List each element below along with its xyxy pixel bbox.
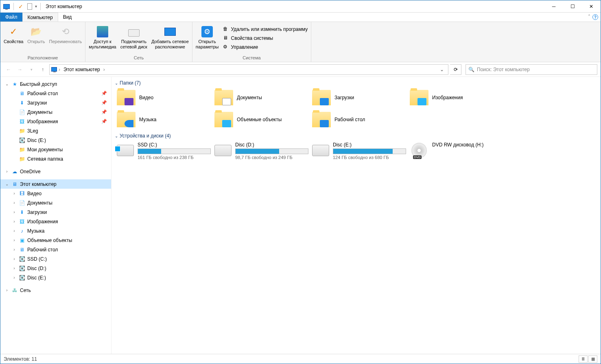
search-input[interactable]: 🔍 Поиск: Этот компьютер [466, 64, 597, 75]
drive-item-2[interactable]: Disc (E:)124 ГБ свободно из 680 ГБ [310, 140, 408, 161]
sidebar-pc-item-8[interactable]: ›💽Disc (D:) [0, 264, 111, 273]
sidebar-quick-item-5[interactable]: ›💽Disc (E:) [0, 135, 111, 145]
tab-file[interactable]: Файл [0, 13, 22, 22]
folder-item-4[interactable]: Музыка [115, 109, 212, 130]
drive-item-0[interactable]: SSD (C:)161 ГБ свободно из 238 ГБ [115, 140, 212, 161]
folder-item-2[interactable]: Загрузки [310, 87, 408, 108]
sidebar-pc-item-6[interactable]: ›🖥Рабочий стол [0, 245, 111, 254]
folder-icon [312, 111, 331, 128]
group-folders[interactable]: ⌄Папки (7) [115, 78, 597, 87]
sidebar-pc-item-5[interactable]: ›▣Объемные объекты [0, 235, 111, 245]
image-icon: 🖼 [18, 118, 26, 125]
sidebar-pc-item-3[interactable]: ›🖼Изображения [0, 217, 111, 226]
chevron-right-icon[interactable]: › [59, 67, 60, 72]
sidebar-item-label: Загрузки [27, 100, 47, 106]
breadcrumb[interactable]: › Этот компьютер › ⌄ [49, 64, 448, 75]
sidebar-quick-item-3[interactable]: ›🖼Изображения📌 [0, 117, 111, 126]
folder-item-0[interactable]: Видео [115, 87, 212, 108]
sidebar-item-label: SSD (C:) [27, 256, 47, 262]
group-drives[interactable]: ⌄Устройства и диски (4) [115, 131, 597, 140]
app-icon[interactable] [3, 3, 10, 10]
view-tiles-button[interactable]: ▦ [588, 355, 597, 363]
sidebar-pc-item-7[interactable]: ›💽SSD (C:) [0, 254, 111, 264]
sidebar-item-label: Документы [27, 109, 52, 115]
sidebar-quick-item-0[interactable]: ›🖥Рабочий стол📌 [0, 89, 111, 98]
breadcrumb-dropdown[interactable]: ⌄ [437, 67, 446, 72]
back-button[interactable]: ← [4, 65, 13, 74]
recent-dropdown[interactable]: ▾ [26, 65, 36, 74]
disc-icon: 💽 [18, 255, 26, 263]
pin-icon: 📌 [101, 100, 107, 105]
maximize-button[interactable]: ☐ [563, 0, 582, 13]
sidebar-pc-item-4[interactable]: ›♪Музыка [0, 226, 111, 235]
disc-icon: 💽 [18, 265, 26, 272]
sidebar-quick-item-6[interactable]: ›📁Мои документы [0, 145, 111, 154]
sidebar-quick-access[interactable]: ⌄★Быстрый доступ [0, 79, 111, 89]
sidebar-quick-item-4[interactable]: ›📁3Leg [0, 126, 111, 135]
folder-item-3[interactable]: Изображения [408, 87, 505, 108]
drive-free-text: 124 ГБ свободно из 680 ГБ [333, 155, 406, 160]
ribbon-addlocation-button[interactable]: Добавить сетевое расположение [150, 24, 190, 53]
drive-capacity-bar [235, 148, 308, 154]
refresh-button[interactable]: ⟳ [450, 64, 461, 75]
download-icon: ⬇ [18, 99, 26, 107]
ribbon-uninstall-button[interactable]: 🗑Удалить или изменить программу [221, 25, 310, 34]
sidebar: ⌄★Быстрый доступ›🖥Рабочий стол📌›⬇Загрузк… [0, 77, 111, 354]
help-icon[interactable]: ? [592, 14, 598, 20]
sidebar-this-pc[interactable]: ⌄🖥Этот компьютер [0, 179, 111, 189]
tab-view[interactable]: Вид [58, 13, 77, 22]
dvd-icon [409, 142, 429, 159]
sidebar-item-label: Видео [27, 191, 42, 196]
pin-icon: 📌 [101, 91, 107, 96]
sidebar-item-label: Сеть [20, 288, 31, 293]
sidebar-item-label: Изображения [27, 119, 58, 124]
ribbon-open-button[interactable]: 📂 Открыть [26, 24, 46, 53]
pc-icon: 🖥 [11, 181, 18, 188]
desktop-icon: 🖥 [18, 246, 26, 253]
download-icon: ⬇ [18, 209, 26, 216]
sidebar-quick-item-7[interactable]: ›📁Сетевая паппка [0, 154, 111, 163]
sidebar-onedrive[interactable]: ›☁OneDrive [0, 167, 111, 176]
star-icon: ★ [11, 81, 18, 88]
ribbon-group-location-label: Расположение [0, 54, 85, 62]
tab-computer[interactable]: Компьютер [22, 13, 58, 22]
ribbon-properties-button[interactable]: ✓ Свойства [2, 24, 25, 53]
chevron-right-icon[interactable]: › [103, 67, 105, 72]
breadcrumb-root[interactable]: Этот компьютер [62, 67, 102, 72]
collapse-ribbon-icon[interactable]: ˆ [588, 14, 590, 20]
minimize-button[interactable]: ─ [544, 0, 563, 13]
sidebar-pc-item-0[interactable]: ›🎞Видео [0, 189, 111, 198]
qat-newdoc-icon[interactable] [26, 3, 33, 10]
drive-item-1[interactable]: Disc (D:)98,7 ГБ свободно из 249 ГБ [212, 140, 310, 161]
view-details-button[interactable]: ≣ [579, 355, 588, 363]
folder-label: Объемные объекты [237, 117, 282, 122]
close-button[interactable]: ✕ [582, 0, 601, 13]
up-button[interactable]: ↑ [38, 65, 48, 74]
sidebar-network[interactable]: ›🖧Сеть [0, 286, 111, 295]
drive-capacity-bar [138, 148, 211, 154]
ribbon-mapdrive-button[interactable]: Подключить сетевой диск [119, 24, 149, 53]
sidebar-item-label: Disc (E:) [27, 275, 46, 281]
music-icon: ♪ [18, 227, 26, 235]
drive-item-3[interactable]: DVD RW дисковод (H:) [408, 140, 505, 161]
folder-item-1[interactable]: Документы [212, 87, 310, 108]
folder-item-5[interactable]: Объемные объекты [212, 109, 310, 130]
ribbon-sysprops-button[interactable]: 🖥Свойства системы [221, 34, 310, 43]
sidebar-quick-item-1[interactable]: ›⬇Загрузки📌 [0, 98, 111, 107]
folder-item-6[interactable]: Рабочий стол [310, 109, 408, 130]
ribbon-media-button[interactable]: Доступ к мультимедиа [87, 24, 118, 53]
sidebar-item-label: Рабочий стол [27, 247, 58, 253]
search-icon: 🔍 [468, 67, 474, 72]
ribbon-settings-button[interactable]: ⚙ Открыть параметры [194, 24, 221, 53]
forward-button[interactable]: → [15, 65, 25, 74]
sidebar-pc-item-9[interactable]: ›💽Disc (E:) [0, 273, 111, 282]
sidebar-pc-item-2[interactable]: ›⬇Загрузки [0, 207, 111, 217]
drive-icon [214, 142, 232, 159]
folder-icon: 📁 [18, 127, 26, 135]
sidebar-quick-item-2[interactable]: ›📄Документы📌 [0, 107, 111, 117]
ribbon-rename-button[interactable]: ⟲ Переименовать [48, 24, 84, 53]
qat-properties-icon[interactable]: ✓ [17, 3, 24, 10]
sidebar-pc-item-1[interactable]: ›📄Документы [0, 198, 111, 207]
folder-label: Документы [237, 95, 262, 100]
ribbon-manage-button[interactable]: ⚙Управление [221, 43, 310, 52]
